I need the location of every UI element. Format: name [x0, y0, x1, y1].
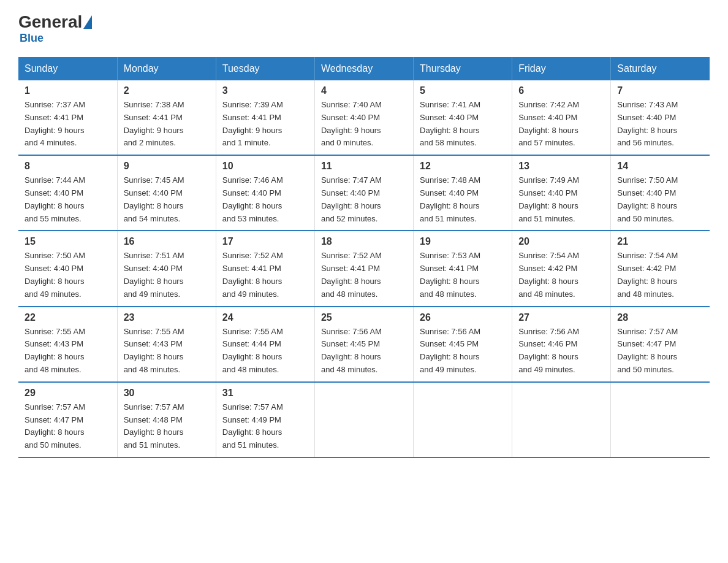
day-info: Sunrise: 7:56 AM Sunset: 4:46 PM Dayligh…	[518, 326, 604, 377]
calendar-day-cell	[314, 382, 413, 458]
day-number: 31	[222, 388, 308, 399]
calendar-day-cell: 31 Sunrise: 7:57 AM Sunset: 4:49 PM Dayl…	[216, 382, 314, 458]
day-number: 26	[420, 312, 506, 323]
day-number: 28	[617, 312, 703, 323]
day-info: Sunrise: 7:56 AM Sunset: 4:45 PM Dayligh…	[420, 326, 506, 377]
day-info: Sunrise: 7:44 AM Sunset: 4:40 PM Dayligh…	[25, 174, 111, 225]
calendar-day-cell: 9 Sunrise: 7:45 AM Sunset: 4:40 PM Dayli…	[117, 155, 216, 231]
day-info: Sunrise: 7:53 AM Sunset: 4:41 PM Dayligh…	[420, 250, 506, 301]
day-number: 7	[617, 85, 703, 96]
calendar-day-cell: 22 Sunrise: 7:55 AM Sunset: 4:43 PM Dayl…	[18, 307, 117, 382]
day-number: 17	[222, 236, 308, 247]
day-info: Sunrise: 7:57 AM Sunset: 4:48 PM Dayligh…	[124, 401, 210, 452]
day-info: Sunrise: 7:57 AM Sunset: 4:47 PM Dayligh…	[25, 401, 111, 452]
day-number: 12	[420, 161, 506, 172]
calendar-day-cell: 24 Sunrise: 7:55 AM Sunset: 4:44 PM Dayl…	[216, 307, 314, 382]
calendar-day-cell: 28 Sunrise: 7:57 AM Sunset: 4:47 PM Dayl…	[611, 307, 710, 382]
day-info: Sunrise: 7:41 AM Sunset: 4:40 PM Dayligh…	[420, 99, 506, 150]
day-info: Sunrise: 7:49 AM Sunset: 4:40 PM Dayligh…	[518, 174, 604, 225]
calendar-day-cell: 6 Sunrise: 7:42 AM Sunset: 4:40 PM Dayli…	[512, 80, 611, 155]
day-number: 21	[617, 236, 703, 247]
calendar-day-cell	[512, 382, 611, 458]
calendar-day-cell: 12 Sunrise: 7:48 AM Sunset: 4:40 PM Dayl…	[414, 155, 512, 231]
day-info: Sunrise: 7:57 AM Sunset: 4:47 PM Dayligh…	[617, 326, 703, 377]
day-number: 8	[25, 161, 111, 172]
calendar-week-row: 29 Sunrise: 7:57 AM Sunset: 4:47 PM Dayl…	[18, 382, 710, 458]
day-number: 4	[321, 85, 407, 96]
logo-general-text: General	[18, 12, 82, 32]
day-number: 24	[222, 312, 308, 323]
header-tuesday: Tuesday	[216, 57, 314, 80]
calendar-day-cell: 11 Sunrise: 7:47 AM Sunset: 4:40 PM Dayl…	[314, 155, 413, 231]
day-info: Sunrise: 7:52 AM Sunset: 4:41 PM Dayligh…	[321, 250, 407, 301]
day-info: Sunrise: 7:55 AM Sunset: 4:43 PM Dayligh…	[25, 326, 111, 377]
calendar-day-cell	[414, 382, 512, 458]
header-friday: Friday	[512, 57, 611, 80]
day-info: Sunrise: 7:37 AM Sunset: 4:41 PM Dayligh…	[25, 99, 111, 150]
day-number: 1	[25, 85, 111, 96]
calendar-day-cell: 10 Sunrise: 7:46 AM Sunset: 4:40 PM Dayl…	[216, 155, 314, 231]
calendar-header-row: SundayMondayTuesdayWednesdayThursdayFrid…	[18, 57, 710, 80]
calendar-day-cell: 15 Sunrise: 7:50 AM Sunset: 4:40 PM Dayl…	[18, 231, 117, 306]
header-saturday: Saturday	[611, 57, 710, 80]
day-info: Sunrise: 7:55 AM Sunset: 4:44 PM Dayligh…	[222, 326, 308, 377]
calendar-day-cell: 4 Sunrise: 7:40 AM Sunset: 4:40 PM Dayli…	[314, 80, 413, 155]
day-number: 11	[321, 161, 407, 172]
logo-triangle-icon	[83, 15, 92, 29]
calendar-week-row: 22 Sunrise: 7:55 AM Sunset: 4:43 PM Dayl…	[18, 307, 710, 382]
day-info: Sunrise: 7:57 AM Sunset: 4:49 PM Dayligh…	[222, 401, 308, 452]
day-info: Sunrise: 7:45 AM Sunset: 4:40 PM Dayligh…	[124, 174, 210, 225]
logo: General Blue	[18, 12, 93, 45]
day-info: Sunrise: 7:52 AM Sunset: 4:41 PM Dayligh…	[222, 250, 308, 301]
calendar-day-cell: 19 Sunrise: 7:53 AM Sunset: 4:41 PM Dayl…	[414, 231, 512, 306]
header-wednesday: Wednesday	[314, 57, 413, 80]
calendar-day-cell: 21 Sunrise: 7:54 AM Sunset: 4:42 PM Dayl…	[611, 231, 710, 306]
day-info: Sunrise: 7:47 AM Sunset: 4:40 PM Dayligh…	[321, 174, 407, 225]
day-number: 29	[25, 388, 111, 399]
day-info: Sunrise: 7:50 AM Sunset: 4:40 PM Dayligh…	[617, 174, 703, 225]
day-info: Sunrise: 7:55 AM Sunset: 4:43 PM Dayligh…	[124, 326, 210, 377]
header-sunday: Sunday	[18, 57, 117, 80]
header-monday: Monday	[117, 57, 216, 80]
day-info: Sunrise: 7:54 AM Sunset: 4:42 PM Dayligh…	[617, 250, 703, 301]
calendar-day-cell: 26 Sunrise: 7:56 AM Sunset: 4:45 PM Dayl…	[414, 307, 512, 382]
calendar-day-cell: 14 Sunrise: 7:50 AM Sunset: 4:40 PM Dayl…	[611, 155, 710, 231]
calendar-day-cell: 5 Sunrise: 7:41 AM Sunset: 4:40 PM Dayli…	[414, 80, 512, 155]
day-info: Sunrise: 7:38 AM Sunset: 4:41 PM Dayligh…	[124, 99, 210, 150]
day-number: 3	[222, 85, 308, 96]
day-info: Sunrise: 7:54 AM Sunset: 4:42 PM Dayligh…	[518, 250, 604, 301]
day-number: 13	[518, 161, 604, 172]
day-number: 2	[124, 85, 210, 96]
calendar-day-cell	[611, 382, 710, 458]
calendar-day-cell: 8 Sunrise: 7:44 AM Sunset: 4:40 PM Dayli…	[18, 155, 117, 231]
calendar-day-cell: 18 Sunrise: 7:52 AM Sunset: 4:41 PM Dayl…	[314, 231, 413, 306]
calendar-day-cell: 1 Sunrise: 7:37 AM Sunset: 4:41 PM Dayli…	[18, 80, 117, 155]
day-number: 22	[25, 312, 111, 323]
day-info: Sunrise: 7:50 AM Sunset: 4:40 PM Dayligh…	[25, 250, 111, 301]
calendar-week-row: 15 Sunrise: 7:50 AM Sunset: 4:40 PM Dayl…	[18, 231, 710, 306]
day-info: Sunrise: 7:56 AM Sunset: 4:45 PM Dayligh…	[321, 326, 407, 377]
calendar-day-cell: 3 Sunrise: 7:39 AM Sunset: 4:41 PM Dayli…	[216, 80, 314, 155]
day-number: 19	[420, 236, 506, 247]
calendar-day-cell: 16 Sunrise: 7:51 AM Sunset: 4:40 PM Dayl…	[117, 231, 216, 306]
day-number: 16	[124, 236, 210, 247]
day-number: 5	[420, 85, 506, 96]
day-info: Sunrise: 7:40 AM Sunset: 4:40 PM Dayligh…	[321, 99, 407, 150]
day-info: Sunrise: 7:51 AM Sunset: 4:40 PM Dayligh…	[124, 250, 210, 301]
day-number: 10	[222, 161, 308, 172]
day-number: 27	[518, 312, 604, 323]
day-info: Sunrise: 7:43 AM Sunset: 4:40 PM Dayligh…	[617, 99, 703, 150]
calendar-day-cell: 30 Sunrise: 7:57 AM Sunset: 4:48 PM Dayl…	[117, 382, 216, 458]
day-number: 25	[321, 312, 407, 323]
calendar-day-cell: 7 Sunrise: 7:43 AM Sunset: 4:40 PM Dayli…	[611, 80, 710, 155]
day-info: Sunrise: 7:39 AM Sunset: 4:41 PM Dayligh…	[222, 99, 308, 150]
calendar-week-row: 8 Sunrise: 7:44 AM Sunset: 4:40 PM Dayli…	[18, 155, 710, 231]
calendar-day-cell: 17 Sunrise: 7:52 AM Sunset: 4:41 PM Dayl…	[216, 231, 314, 306]
calendar-day-cell: 13 Sunrise: 7:49 AM Sunset: 4:40 PM Dayl…	[512, 155, 611, 231]
header-thursday: Thursday	[414, 57, 512, 80]
day-info: Sunrise: 7:42 AM Sunset: 4:40 PM Dayligh…	[518, 99, 604, 150]
page-header: General Blue	[18, 12, 710, 45]
day-info: Sunrise: 7:46 AM Sunset: 4:40 PM Dayligh…	[222, 174, 308, 225]
day-number: 20	[518, 236, 604, 247]
day-number: 18	[321, 236, 407, 247]
